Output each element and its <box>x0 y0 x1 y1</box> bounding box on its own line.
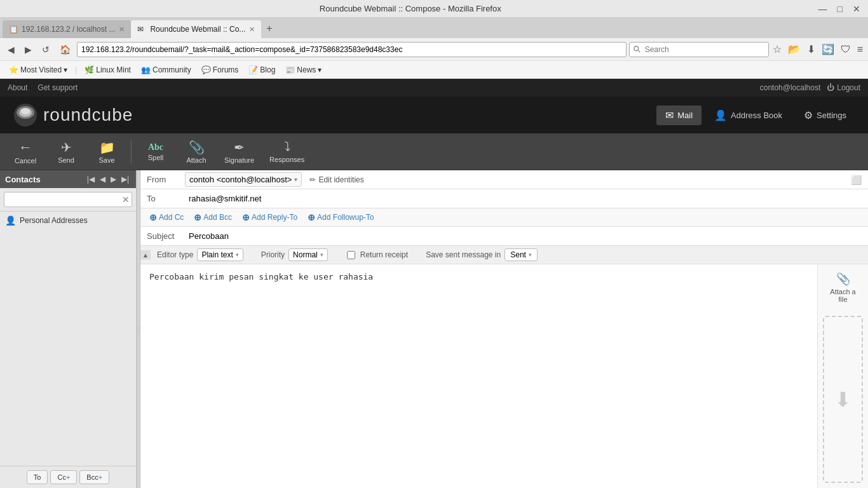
news-arrow: ▾ <box>318 65 322 74</box>
bookmark-blog[interactable]: 📝 Blog <box>245 64 279 76</box>
bookmark-most-visited[interactable]: ⭐ Most Visited ▾ <box>5 64 71 76</box>
priority-group: Priority Normal ▾ <box>261 248 328 261</box>
to-input[interactable] <box>185 191 868 206</box>
return-receipt-checkbox[interactable] <box>347 251 355 259</box>
attach-icon: 📎 <box>189 140 205 155</box>
refresh-button[interactable]: ↺ <box>38 43 53 56</box>
blog-label: Blog <box>260 65 275 74</box>
tab-pma-close[interactable]: ✕ <box>119 25 125 34</box>
bookmark-linux-mint[interactable]: 🌿 Linux Mint <box>81 64 135 76</box>
search-bar[interactable] <box>629 42 769 57</box>
add-cc-button[interactable]: ⊕ Add Cc <box>146 211 187 224</box>
bookmark-icon[interactable]: ☆ <box>771 42 783 57</box>
address-book-nav-label: Address Book <box>731 111 782 120</box>
editor-type-select[interactable]: Plain text ▾ <box>197 248 243 261</box>
nav-settings[interactable]: ⚙ Settings <box>795 105 855 125</box>
subject-field: Subject <box>140 227 868 246</box>
forums-label: Forums <box>213 65 239 74</box>
to-button[interactable]: To <box>27 470 48 484</box>
return-receipt-group: Return receipt <box>346 250 408 259</box>
logout-label: Logout <box>837 83 860 92</box>
address-bar[interactable] <box>77 42 627 57</box>
brand-name: roundcube <box>43 105 133 125</box>
add-followup-to-button[interactable]: ⊕ Add Followup-To <box>304 211 377 224</box>
attach-button[interactable]: 📎 Attach <box>177 136 215 168</box>
save-label: Save <box>98 156 114 164</box>
contacts-search-clear-icon[interactable]: ✕ <box>122 194 130 205</box>
tab-roundcube-favicon: ✉ <box>137 25 146 34</box>
subject-input[interactable] <box>185 229 868 243</box>
nav-address-book[interactable]: 👤 Address Book <box>705 105 791 125</box>
close-btn[interactable]: ✕ <box>850 4 863 14</box>
sync-icon[interactable]: 🔄 <box>820 42 836 57</box>
message-body-wrap: Percobaan kirim pesan singkat ke user ra… <box>140 264 868 488</box>
contacts-last-btn[interactable]: ▶| <box>119 174 131 184</box>
contacts-prev-btn[interactable]: ◀ <box>98 174 107 184</box>
responses-button[interactable]: ⤵ Responses <box>263 136 311 168</box>
new-tab-button[interactable]: + <box>261 20 277 37</box>
nav-mail[interactable]: ✉ Mail <box>656 105 702 125</box>
save-sent-label: Save sent message in <box>426 250 501 259</box>
edit-identities-button[interactable]: ✏ Edit identities <box>306 174 367 186</box>
contacts-first-btn[interactable]: |◀ <box>85 174 97 184</box>
minimize-btn[interactable]: — <box>816 4 830 14</box>
shield-icon[interactable]: 🛡 <box>839 43 852 57</box>
back-button[interactable]: ◀ <box>4 43 18 56</box>
logout-button[interactable]: ⏻ Logout <box>827 83 860 92</box>
roundcube-logo-icon <box>13 102 38 128</box>
tab-roundcube-close[interactable]: ✕ <box>249 25 255 34</box>
spell-label: Spell <box>148 154 163 161</box>
add-reply-to-button[interactable]: ⊕ Add Reply-To <box>238 211 301 224</box>
attach-file-button[interactable]: 📎 Attach a file <box>823 269 863 306</box>
browser-nav: ◀ ▶ ↺ 🏠 ☆ 📂 ⬇ 🔄 🛡 ≡ <box>0 38 868 61</box>
priority-label: Priority <box>261 250 285 259</box>
cc-button[interactable]: Cc+ <box>50 470 77 484</box>
settings-nav-label: Settings <box>817 111 846 120</box>
cancel-button[interactable]: ← Cancel <box>6 136 44 168</box>
most-visited-icon: ⭐ <box>9 65 18 74</box>
signature-button[interactable]: ✒ Signature <box>218 136 261 168</box>
contacts-group-personal[interactable]: 👤 Personal Addresses <box>0 212 136 229</box>
tab-roundcube[interactable]: ✉ Roundcube Webmail :: Co... ✕ <box>131 20 261 38</box>
options-toggle-button[interactable]: ▲ <box>140 250 151 260</box>
spell-button[interactable]: Abc Spell <box>137 136 175 168</box>
bookmark-community[interactable]: 👥 Community <box>137 64 195 76</box>
add-bcc-label: Add Bcc <box>203 213 232 222</box>
forward-button[interactable]: ▶ <box>21 43 36 56</box>
bookmark-forums[interactable]: 💬 Forums <box>198 64 243 76</box>
contacts-panel: Contacts |◀ ◀ ▶ ▶| ✕ 👤 Personal Addresse… <box>0 170 137 488</box>
maximize-btn[interactable]: □ <box>835 4 845 14</box>
add-bcc-button[interactable]: ⊕ Add Bcc <box>190 211 236 224</box>
send-button[interactable]: ✈ Send <box>47 136 85 168</box>
about-link[interactable]: About <box>8 83 27 92</box>
message-body-input[interactable]: Percobaan kirim pesan singkat ke user ra… <box>140 264 817 488</box>
bookmark-news[interactable]: 📰 News ▾ <box>281 64 325 76</box>
home-button[interactable]: 🏠 <box>56 43 74 56</box>
save-sent-select[interactable]: Sent ▾ <box>505 248 538 261</box>
attach-panel: 📎 Attach a file ⬇ <box>817 264 868 488</box>
history-icon[interactable]: 📂 <box>787 42 802 57</box>
bcc-button[interactable]: Bcc+ <box>79 470 109 484</box>
contacts-search-input[interactable] <box>4 192 132 207</box>
priority-value: Normal <box>293 250 318 259</box>
from-dropdown[interactable]: contoh <contoh@localhost> ▾ <box>185 172 302 187</box>
menu-icon[interactable]: ≡ <box>856 43 864 57</box>
download-icon[interactable]: ⬇ <box>806 42 817 57</box>
subject-label: Subject <box>140 231 185 241</box>
forums-icon: 💬 <box>201 65 211 74</box>
current-user: contoh@localhost <box>760 83 821 92</box>
priority-select[interactable]: Normal ▾ <box>288 248 328 261</box>
mail-nav-icon: ✉ <box>665 109 674 121</box>
linux-mint-label: Linux Mint <box>96 65 131 74</box>
maximize-compose-icon[interactable]: ⬜ <box>851 175 862 185</box>
support-link[interactable]: Get support <box>37 83 78 92</box>
cancel-icon: ← <box>18 139 32 156</box>
cancel-label: Cancel <box>15 157 36 165</box>
save-button[interactable]: 📁 Save <box>88 136 126 168</box>
most-visited-arrow: ▾ <box>64 65 67 74</box>
contacts-next-btn[interactable]: ▶ <box>109 174 118 184</box>
address-book-nav-icon: 👤 <box>714 109 727 121</box>
tab-pma[interactable]: 📋 192.168.123.2 / localhost ... ✕ <box>3 20 131 38</box>
drop-zone[interactable]: ⬇ <box>823 316 863 483</box>
editor-type-value: Plain text <box>201 250 233 259</box>
